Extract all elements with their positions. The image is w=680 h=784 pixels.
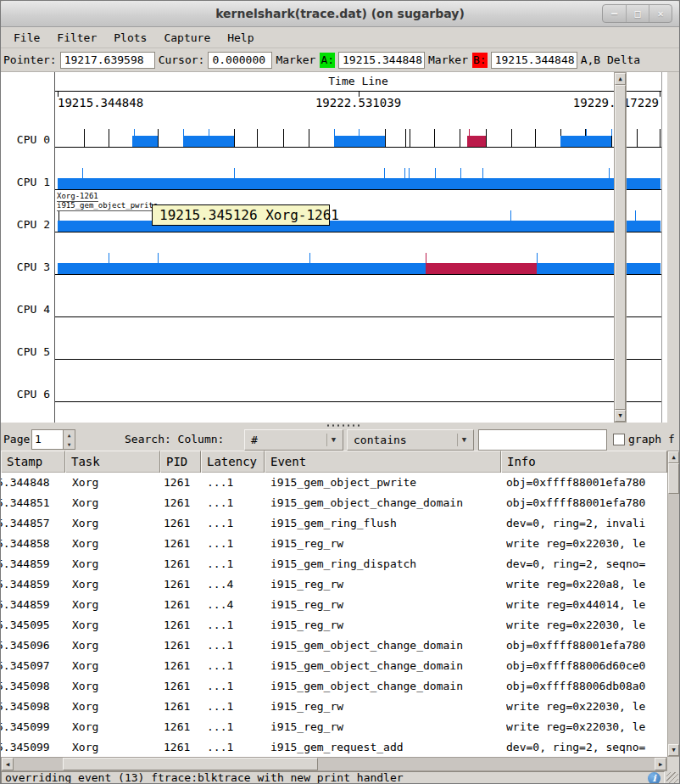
table-row[interactable]: 5.344859Xorg1261...4i915_reg_rwwrite reg…	[1, 595, 667, 615]
menubar: FileFilterPlotsCaptureHelp	[1, 27, 679, 48]
plot-area[interactable]: Time Line 19215.344848 19222.531039 1922…	[54, 72, 662, 423]
cpu-2-bar	[58, 221, 660, 232]
cpu-0-tick	[209, 129, 209, 136]
cpu-0-event-tick	[84, 129, 85, 147]
table-row[interactable]: 5.345098Xorg1261...1i915_gem_object_chan…	[1, 676, 667, 697]
table-row[interactable]: 5.345099Xorg1261...1i915_gem_request_add…	[1, 737, 667, 757]
cell-stamp: 5.344858	[1, 534, 65, 554]
cell-pid: 1261	[164, 534, 201, 554]
cpu-0-event-tick	[486, 129, 487, 147]
maximize-icon[interactable]: □	[626, 5, 649, 22]
titlebar[interactable]: kernelshark(trace.dat) (on sugarbay) – □…	[1, 1, 679, 27]
marker-a-badge: A:	[320, 53, 335, 68]
table-row[interactable]: 5.345097Xorg1261...1i915_gem_object_chan…	[1, 656, 667, 676]
cell-task: Xorg	[72, 493, 157, 513]
cpu-1-tick	[482, 168, 483, 178]
grip-dots-icon	[326, 424, 361, 427]
column-header-pid[interactable]: PID	[160, 451, 201, 473]
menu-item-capture[interactable]: Capture	[156, 29, 218, 47]
cpu-0-tick	[334, 129, 335, 136]
graph-follows-checkbox[interactable]	[613, 434, 625, 445]
cell-info: obj=0xffff88001efa780	[506, 473, 667, 493]
cell-event: i915_reg_rw	[270, 574, 498, 595]
cell-task: Xorg	[72, 656, 157, 676]
cpu-0-tick	[359, 129, 360, 136]
scroll-up-icon[interactable]: ▲	[668, 451, 679, 463]
menu-item-filter[interactable]: Filter	[49, 29, 104, 47]
window-title: kernelshark(trace.dat) (on sugarbay)	[1, 7, 679, 20]
table-row[interactable]: 5.345098Xorg1261...1i915_reg_rwwrite reg…	[1, 697, 667, 717]
cell-task: Xorg	[72, 717, 157, 737]
cell-task: Xorg	[72, 595, 157, 615]
cpu-label-3: CPU 3	[1, 260, 50, 274]
chevron-down-icon: ▼	[457, 434, 471, 446]
scroll-up-icon[interactable]: ▲	[615, 73, 626, 85]
cpu-1-bar	[58, 178, 660, 189]
table-row[interactable]: 5.345095Xorg1261...1i915_reg_rwwrite reg…	[1, 615, 667, 636]
match-select[interactable]: contains ▼	[347, 429, 474, 451]
table-row[interactable]: 5.344859Xorg1261...4i915_reg_rwwrite reg…	[1, 574, 667, 595]
scroll-left-icon[interactable]: ◀	[2, 758, 14, 770]
cpu-0-event-tick	[283, 129, 284, 147]
cpu-0-event-tick	[410, 129, 410, 147]
table-row[interactable]: 5.344857Xorg1261...1i915_gem_ring_flushd…	[1, 513, 667, 534]
column-header-event[interactable]: Event	[265, 451, 501, 473]
menu-item-file[interactable]: File	[6, 29, 47, 47]
table-row[interactable]: 5.345096Xorg1261...1i915_gem_object_chan…	[1, 636, 667, 656]
table-vscroll-thumb[interactable]	[668, 463, 679, 494]
cell-pid: 1261	[164, 717, 201, 737]
column-header-info[interactable]: Info	[501, 451, 667, 473]
table-row[interactable]: 5.345099Xorg1261...1i915_reg_rwwrite reg…	[1, 717, 667, 737]
table-row[interactable]: 5.344848Xorg1261...1i915_gem_object_pwri…	[1, 473, 667, 493]
scroll-right-icon[interactable]: ▶	[655, 758, 666, 770]
table-row[interactable]: 5.344858Xorg1261...1i915_reg_rwwrite reg…	[1, 534, 667, 554]
column-header-stamp[interactable]: Stamp	[1, 451, 65, 473]
cell-info: dev=0, ring=2, seqno=	[506, 737, 667, 757]
cpu-1-tick	[404, 168, 405, 178]
cpu-3-tick	[537, 253, 538, 263]
column-select[interactable]: # ▼	[244, 429, 343, 451]
table-row[interactable]: 5.344851Xorg1261...1i915_gem_object_chan…	[1, 493, 667, 513]
search-input[interactable]	[478, 429, 607, 451]
graph-follows-label: graph f	[628, 433, 675, 445]
menu-item-plots[interactable]: Plots	[106, 29, 154, 47]
marker-a-value: 19215.344848	[338, 52, 425, 69]
cell-event: i915_gem_object_change_domain	[270, 676, 498, 697]
delta-label: A,B Delta	[581, 53, 640, 66]
cell-event: i915_reg_rw	[270, 615, 498, 636]
search-bar: Page 1 ▲▼ Search: Column: # ▼ contains ▼…	[1, 428, 680, 451]
cpu-0-bar	[560, 136, 611, 147]
cell-task: Xorg	[72, 534, 157, 554]
column-header-latency[interactable]: Latency	[201, 451, 265, 473]
scroll-down-icon[interactable]: ▼	[615, 410, 626, 422]
column-header-task[interactable]: Task	[65, 451, 160, 473]
graph-vscroll-thumb[interactable]	[615, 85, 626, 410]
menu-item-help[interactable]: Help	[220, 29, 261, 47]
cpu-3-tick	[309, 253, 310, 263]
table-header: StampTaskPIDLatencyEventInfo	[1, 451, 667, 473]
table-vscrollbar: ▲ ▼	[667, 451, 680, 757]
cell-latency: ...1	[207, 676, 259, 697]
cell-pid: 1261	[164, 513, 201, 534]
cpu-3-bar	[426, 263, 537, 274]
info-icon[interactable]: i	[648, 772, 660, 784]
status-message: overriding event (13) ftrace:blktrace wi…	[5, 771, 404, 784]
paned-handle[interactable]	[1, 423, 680, 428]
status-bar: overriding event (13) ftrace:blktrace wi…	[1, 771, 680, 784]
table-row[interactable]: 5.344859Xorg1261...1i915_gem_ring_dispat…	[1, 554, 667, 574]
marker-b-value: 19215.344848	[491, 52, 577, 69]
pointer-bar: Pointer: 19217.639598 Cursor: 0.000000 M…	[1, 48, 679, 72]
close-icon[interactable]: ✕	[649, 5, 672, 22]
cell-latency: ...1	[207, 636, 259, 656]
minimize-icon[interactable]: –	[603, 5, 626, 22]
cell-task: Xorg	[72, 615, 157, 636]
page-spinbox[interactable]: 1 ▲▼	[31, 429, 75, 450]
table-hscroll-thumb[interactable]	[63, 758, 318, 770]
spinner-arrows-icon[interactable]: ▲▼	[63, 430, 75, 449]
search-column-label: Search: Column:	[125, 433, 224, 445]
resize-grip-icon[interactable]	[666, 772, 678, 784]
plot-tooltip: 19215.345126 Xorg-1261	[152, 204, 330, 226]
cell-latency: ...1	[207, 717, 259, 737]
cell-pid: 1261	[164, 656, 201, 676]
scroll-down-icon[interactable]: ▼	[668, 744, 679, 756]
